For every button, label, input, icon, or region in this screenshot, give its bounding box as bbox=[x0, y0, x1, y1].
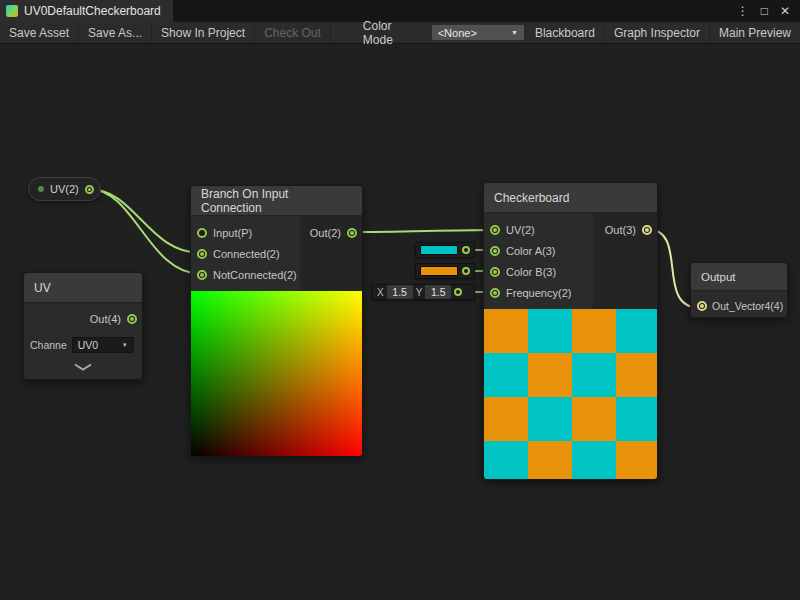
branch-uv-preview bbox=[191, 291, 362, 456]
chevron-down-icon: ▼ bbox=[511, 29, 518, 36]
frequency-y-label: Y bbox=[416, 287, 423, 298]
checkerboard-out-port[interactable] bbox=[642, 225, 652, 235]
window-controls: ⋮ □ ✕ bbox=[737, 0, 800, 22]
check-out-button[interactable]: Check Out bbox=[255, 22, 331, 43]
main-preview-button[interactable]: Main Preview bbox=[709, 22, 800, 43]
checkerboard-color-b-label: Color B(3) bbox=[506, 266, 556, 278]
branch-node-title: Branch On Input Connection bbox=[201, 187, 352, 215]
node-branch[interactable]: Branch On Input Connection Input(P) Conn… bbox=[190, 185, 363, 457]
checkerboard-color-b-row: Color B(3) bbox=[484, 261, 657, 282]
uv-out-port[interactable] bbox=[127, 314, 137, 324]
uv-channel-dropdown[interactable]: UV0 ▼ bbox=[72, 337, 134, 353]
checkerboard-color-a-label: Color A(3) bbox=[506, 245, 556, 257]
color-mode-value: <None> bbox=[438, 27, 477, 39]
node-output[interactable]: Output Out_Vector4(4) bbox=[690, 262, 788, 318]
frequency-y-input[interactable]: 1.5 bbox=[425, 285, 451, 299]
output-input-row: Out_Vector4(4) bbox=[691, 291, 787, 317]
frequency-x-input[interactable]: 1.5 bbox=[387, 285, 413, 299]
checkerboard-frequency-label: Frequency(2) bbox=[506, 287, 571, 299]
checkerboard-preview bbox=[484, 309, 657, 479]
output-node-header[interactable]: Output bbox=[691, 263, 787, 291]
chevron-down-icon bbox=[73, 363, 93, 371]
color-mode-dropdown[interactable]: <None> ▼ bbox=[431, 24, 525, 41]
uv-preview-collapse-button[interactable] bbox=[24, 359, 142, 375]
node-uv[interactable]: UV Out(4) Channe UV0 ▼ bbox=[23, 272, 143, 380]
edge-branch-to-checkerboard[interactable] bbox=[353, 230, 494, 232]
frequency-widget-port[interactable] bbox=[454, 288, 462, 296]
color-b-swatch[interactable] bbox=[420, 266, 458, 276]
color-b-widget bbox=[415, 263, 475, 279]
output-vector4-port[interactable] bbox=[697, 301, 707, 311]
uv-channel-label: Channe bbox=[30, 339, 67, 351]
node-uv-pill[interactable]: UV(2) bbox=[28, 177, 101, 201]
checkerboard-node-header[interactable]: Checkerboard bbox=[484, 183, 657, 213]
checkerboard-out-row: Out(3) bbox=[605, 219, 657, 240]
color-mode-label: Color Mode bbox=[359, 22, 425, 43]
checkerboard-out-label: Out(3) bbox=[605, 224, 636, 236]
checkerboard-frequency-port[interactable] bbox=[490, 288, 500, 298]
branch-notconnected-row: NotConnected(2) bbox=[191, 264, 362, 285]
close-icon[interactable]: ✕ bbox=[780, 4, 790, 18]
branch-input-p-port[interactable] bbox=[197, 228, 207, 238]
checkerboard-color-b-port[interactable] bbox=[490, 267, 500, 277]
shader-graph-icon bbox=[6, 5, 18, 17]
uv-channel-value: UV0 bbox=[78, 339, 98, 351]
uv-out-row: Out(4) bbox=[24, 309, 142, 329]
show-in-project-button[interactable]: Show In Project bbox=[152, 22, 255, 43]
checkerboard-color-a-port[interactable] bbox=[490, 246, 500, 256]
edge-uv-to-notconnected[interactable] bbox=[89, 189, 201, 274]
uv-out-label: Out(4) bbox=[90, 313, 121, 325]
tab-title: UV0DefaultCheckerboard bbox=[24, 4, 161, 18]
graph-inspector-button[interactable]: Graph Inspector bbox=[604, 22, 709, 43]
color-a-widget bbox=[415, 242, 475, 258]
color-a-swatch[interactable] bbox=[420, 245, 458, 255]
checkerboard-node-title: Checkerboard bbox=[494, 191, 569, 205]
uv-node-title: UV bbox=[34, 281, 51, 295]
output-vector4-label: Out_Vector4(4) bbox=[712, 300, 783, 312]
color-b-widget-port[interactable] bbox=[462, 267, 470, 275]
branch-out-label: Out(2) bbox=[310, 227, 341, 239]
frequency-widget: X 1.5 Y 1.5 bbox=[372, 284, 475, 300]
edge-uv-to-connected[interactable] bbox=[89, 189, 201, 253]
output-node-title: Output bbox=[701, 271, 736, 283]
branch-notconnected-label: NotConnected(2) bbox=[213, 269, 297, 281]
checkerboard-frequency-row: Frequency(2) bbox=[484, 282, 657, 303]
color-a-widget-port[interactable] bbox=[462, 246, 470, 254]
toolbar-right-group: Blackboard Graph Inspector Main Preview bbox=[525, 22, 800, 43]
toolbar: Save Asset Save As... Show In Project Ch… bbox=[0, 22, 800, 44]
uv-pill-out-port[interactable] bbox=[85, 185, 94, 194]
chevron-down-icon: ▼ bbox=[122, 342, 128, 348]
more-icon[interactable]: ⋮ bbox=[737, 4, 749, 18]
save-asset-button[interactable]: Save Asset bbox=[0, 22, 79, 43]
uv-channel-row: Channe UV0 ▼ bbox=[24, 334, 142, 356]
checkerboard-uv-port[interactable] bbox=[490, 225, 500, 235]
frequency-x-label: X bbox=[377, 287, 384, 298]
branch-out-port[interactable] bbox=[347, 228, 357, 238]
uv-pill-label: UV(2) bbox=[50, 183, 79, 195]
checkerboard-uv-label: UV(2) bbox=[506, 224, 535, 236]
graph-canvas[interactable]: UV(2) UV Out(4) Channe UV0 ▼ bbox=[0, 44, 800, 600]
maximize-icon[interactable]: □ bbox=[761, 4, 768, 18]
uv-pill-dot bbox=[38, 186, 44, 192]
branch-notconnected-port[interactable] bbox=[197, 270, 207, 280]
checkerboard-color-a-row: Color A(3) bbox=[484, 240, 657, 261]
branch-node-header[interactable]: Branch On Input Connection bbox=[191, 186, 362, 216]
branch-connected-port[interactable] bbox=[197, 249, 207, 259]
uv-node-header[interactable]: UV bbox=[24, 273, 142, 303]
blackboard-button[interactable]: Blackboard bbox=[525, 22, 604, 43]
branch-connected-label: Connected(2) bbox=[213, 248, 280, 260]
save-as-button[interactable]: Save As... bbox=[79, 22, 152, 43]
branch-connected-row: Connected(2) bbox=[191, 243, 362, 264]
branch-out-row: Out(2) bbox=[310, 222, 362, 243]
node-checkerboard[interactable]: Checkerboard UV(2) Color A(3) Color B(3)… bbox=[483, 182, 658, 480]
branch-input-p-label: Input(P) bbox=[213, 227, 252, 239]
tab-uv0defaultcheckerboard[interactable]: UV0DefaultCheckerboard bbox=[0, 0, 173, 22]
